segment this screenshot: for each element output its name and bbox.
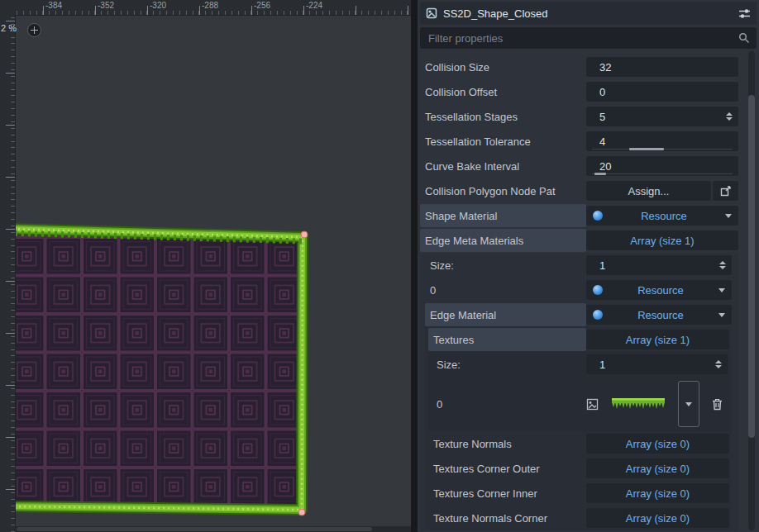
resource-icon [593, 310, 603, 320]
texture-edit-icon[interactable] [586, 398, 599, 411]
property-label: Edge Meta Materials [420, 229, 586, 252]
ss2d-node-icon [426, 7, 437, 19]
ruler-corner [0, 0, 16, 16]
array-index-label: 0 [425, 284, 586, 297]
resource-icon [593, 285, 603, 295]
array-index-label: 0 [432, 398, 586, 411]
property-row-edge-material: Edge Material Resource [425, 302, 732, 327]
collision-size-input[interactable]: 32 [586, 57, 738, 77]
array-size-row: Size: 1 [432, 352, 728, 377]
property-row-curve-bake-interval: Curve Bake Interval 20 [420, 154, 738, 178]
texture-normals-corner-array-button[interactable]: Array (size 0) [586, 508, 729, 528]
ruler-label: -288 [202, 1, 218, 10]
property-label: Texture Normals Corner [428, 512, 586, 525]
ruler-label: -352 [98, 1, 114, 10]
ruler-label: -224 [306, 1, 322, 10]
shape-handle[interactable] [298, 509, 305, 515]
ss2d-shape-polygon[interactable] [8, 229, 303, 510]
slider-grabber[interactable] [629, 148, 664, 150]
inspector-header: SS2D_Shape_Closed [420, 2, 757, 25]
property-label: Tessellation Stages [420, 111, 586, 123]
array-size-row: Size: 1 [425, 253, 732, 278]
trash-icon [712, 398, 723, 411]
property-label: Collision Polygon Node Pat [420, 185, 586, 197]
assign-button[interactable]: Assign... [586, 181, 711, 201]
slider-grabber[interactable] [594, 173, 606, 175]
array-item-row-0: 0 Resource [425, 278, 732, 302]
property-row-collision-polygon-node-path: Collision Polygon Node Pat Assign... [420, 178, 738, 203]
property-row-texture-normals-corner: Texture Normals Corner Array (size 0) [428, 506, 729, 530]
pick-node-icon [720, 186, 731, 197]
curve-bake-interval-slider[interactable]: 20 [586, 156, 738, 176]
textures-array-button[interactable]: Array (size 1) [586, 330, 729, 349]
property-list: Collision Size 32 Collision Offset 0 Tes… [420, 55, 738, 530]
pick-node-button[interactable] [713, 181, 738, 201]
zoom-level: 2 % [1, 23, 17, 33]
property-row-tessellation-stages: Tessellation Stages 5 [420, 104, 738, 129]
property-row-textures-corner-outer: Textures Corner Outer Array (size 0) [428, 456, 729, 481]
texture-normals-array-button[interactable]: Array (size 0) [586, 434, 729, 454]
property-label: Shape Material [420, 204, 586, 227]
horizontal-scrollbar[interactable] [15, 526, 411, 532]
textures-corner-outer-array-button[interactable]: Array (size 0) [586, 458, 729, 478]
property-row-texture-normals: Texture Normals Array (size 0) [428, 431, 729, 456]
shape-canvas[interactable] [0, 0, 411, 532]
item0-resource-dropdown[interactable]: Resource [586, 280, 732, 300]
shape-material-resource-dropdown[interactable]: Resource [586, 206, 738, 226]
chevron-down-icon [718, 288, 725, 292]
array-size-spinbox[interactable]: 1 [586, 255, 732, 275]
tessellation-stages-spinbox[interactable]: 5 [586, 107, 738, 126]
property-label: Tessellation Tolerance [420, 135, 586, 148]
property-row-textures: Textures Array (size 1) [428, 327, 729, 352]
edge-meta-materials-array-button[interactable]: Array (size 1) [586, 230, 738, 250]
chevron-down-icon [685, 402, 692, 406]
search-icon [738, 32, 750, 44]
vertical-ruler[interactable] [0, 15, 16, 532]
texture-dropdown-button[interactable] [678, 381, 699, 427]
2d-viewport[interactable]: -384 -352 -320 -288 -256 -224 2 % [0, 0, 411, 532]
edge-meta-materials-section: Size: 1 0 Resource Edge Material Re [420, 253, 738, 530]
horizontal-scrollbar-thumb[interactable] [17, 527, 372, 531]
property-label: Curve Bake Interval [420, 160, 586, 173]
shape-handle[interactable] [301, 231, 308, 238]
vertical-scrollbar-thumb[interactable] [748, 95, 755, 438]
edge-material-section: Textures Array (size 1) Size: 1 0 [425, 327, 732, 530]
filter-properties-input[interactable] [427, 31, 738, 45]
ruler-label: -320 [150, 1, 166, 10]
property-label: Textures Corner Inner [428, 487, 586, 500]
property-label: Edge Material [425, 303, 586, 326]
property-row-tessellation-tolerance: Tessellation Tolerance 4 [420, 129, 738, 154]
delete-texture-button[interactable] [706, 393, 728, 415]
resource-icon [593, 211, 603, 221]
ruler-label: -256 [254, 1, 270, 10]
tune-icon[interactable] [738, 7, 751, 20]
grass-texture-thumbnail[interactable] [612, 397, 665, 411]
ruler-label: -384 [45, 1, 62, 10]
property-label: Textures Corner Outer [428, 463, 586, 475]
textures-section: Size: 1 0 [428, 352, 729, 431]
property-row-collision-offset: Collision Offset 0 [420, 79, 738, 104]
property-label: Size: [425, 259, 586, 272]
array-size-spinbox[interactable]: 1 [586, 354, 728, 374]
property-label: Textures [428, 328, 586, 351]
horizontal-ruler[interactable]: -384 -352 -320 -288 -256 -224 [15, 0, 411, 16]
textures-corner-inner-array-button[interactable]: Array (size 0) [586, 483, 729, 503]
spinner-updown-icon[interactable] [726, 112, 733, 121]
vertical-scrollbar[interactable] [748, 51, 755, 530]
texture-item-row-0: 0 [432, 377, 728, 431]
collision-offset-input[interactable]: 0 [586, 82, 738, 102]
property-label: Collision Size [420, 61, 586, 74]
spinner-updown-icon[interactable] [715, 360, 722, 368]
property-row-collision-size: Collision Size 32 [420, 55, 738, 79]
property-label: Size: [432, 359, 586, 371]
center-view-button[interactable] [27, 23, 41, 37]
chevron-down-icon [725, 214, 732, 218]
property-row-textures-corner-inner: Textures Corner Inner Array (size 0) [428, 481, 729, 506]
inspector-node-title: SS2D_Shape_Closed [443, 7, 738, 20]
inspector-panel: SS2D_Shape_Closed Collision Size 32 Coll… [418, 0, 759, 532]
spinner-updown-icon[interactable] [719, 261, 726, 269]
tessellation-tolerance-slider[interactable]: 4 [586, 131, 738, 151]
property-row-edge-meta-materials: Edge Meta Materials Array (size 1) [420, 228, 738, 253]
filter-bar[interactable] [420, 27, 757, 49]
edge-material-resource-dropdown[interactable]: Resource [586, 305, 732, 325]
